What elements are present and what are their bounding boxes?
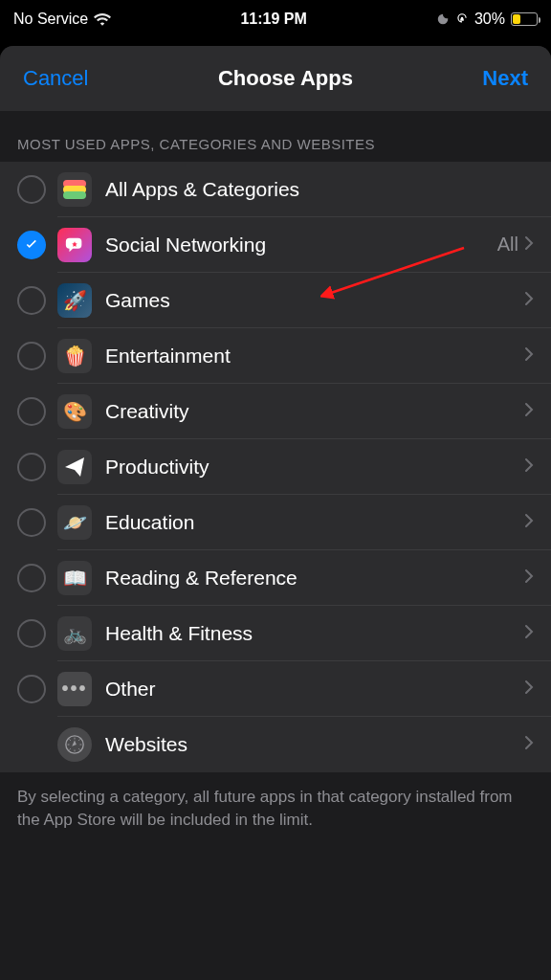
popcorn-icon: 🍿 <box>57 339 92 373</box>
radio-unchecked[interactable] <box>17 286 46 315</box>
carrier-text: No Service <box>13 11 88 28</box>
row-label: Reading & Reference <box>105 567 524 590</box>
next-button[interactable]: Next <box>482 66 528 91</box>
row-websites[interactable]: Websites <box>0 717 551 772</box>
category-list: All Apps & Categories Social Networking … <box>0 162 551 772</box>
radio-unchecked[interactable] <box>17 564 46 592</box>
chevron-right-icon <box>524 235 534 255</box>
modal-sheet: Cancel Choose Apps Next MOST USED APPS, … <box>0 46 551 980</box>
chevron-right-icon <box>524 346 534 366</box>
row-label: Other <box>105 678 524 701</box>
wifi-icon <box>94 12 111 26</box>
row-reading[interactable]: 📖 Reading & Reference <box>0 550 551 606</box>
ellipsis-icon: ••• <box>57 672 92 706</box>
compass-icon <box>57 727 92 762</box>
chevron-right-icon <box>524 679 534 699</box>
radio-checked[interactable] <box>17 231 46 259</box>
battery-icon <box>511 12 538 26</box>
chevron-right-icon <box>524 457 534 477</box>
chevron-right-icon <box>524 402 534 421</box>
row-other[interactable]: ••• Other <box>0 661 551 717</box>
row-productivity[interactable]: Productivity <box>0 439 551 495</box>
chevron-right-icon <box>524 735 534 754</box>
radio-unchecked[interactable] <box>17 453 46 481</box>
row-all-apps[interactable]: All Apps & Categories <box>0 162 551 217</box>
chevron-right-icon <box>524 513 534 532</box>
row-entertainment[interactable]: 🍿 Entertainment <box>0 328 551 384</box>
radio-unchecked[interactable] <box>17 675 46 703</box>
cancel-button[interactable]: Cancel <box>23 66 88 91</box>
radio-unchecked[interactable] <box>17 175 46 204</box>
row-games[interactable]: 🚀 Games <box>0 273 551 328</box>
do-not-disturb-icon <box>436 12 450 26</box>
chevron-right-icon <box>524 291 534 310</box>
palette-icon: 🎨 <box>57 394 92 429</box>
status-time: 11:19 PM <box>240 11 306 28</box>
row-health[interactable]: 🚲 Health & Fitness <box>0 606 551 661</box>
social-icon <box>57 228 92 262</box>
nav-title: Choose Apps <box>218 66 353 91</box>
row-label: Games <box>105 289 524 312</box>
row-detail: All <box>497 234 518 256</box>
radio-unchecked[interactable] <box>17 397 46 426</box>
row-label: Social Networking <box>105 234 497 256</box>
layers-icon <box>57 172 92 207</box>
row-label: Entertainment <box>105 345 524 368</box>
row-label: Education <box>105 511 524 534</box>
row-social[interactable]: Social Networking All <box>0 217 551 273</box>
rocket-icon: 🚀 <box>57 283 92 318</box>
section-header: MOST USED APPS, CATEGORIES AND WEBSITES <box>0 111 551 162</box>
planet-icon: 🪐 <box>57 505 92 540</box>
status-right: 30% <box>436 11 538 28</box>
footer-note: By selecting a category, all future apps… <box>0 772 551 927</box>
row-label: Productivity <box>105 456 524 479</box>
radio-unchecked[interactable] <box>17 342 46 370</box>
row-creativity[interactable]: 🎨 Creativity <box>0 384 551 439</box>
chevron-right-icon <box>524 624 534 643</box>
row-label: Creativity <box>105 400 524 423</box>
row-label: Websites <box>105 733 524 756</box>
radio-unchecked[interactable] <box>17 508 46 537</box>
bicycle-icon: 🚲 <box>57 616 92 651</box>
radio-unchecked[interactable] <box>17 619 46 648</box>
status-left: No Service <box>13 11 111 28</box>
nav-bar: Cancel Choose Apps Next <box>0 46 551 111</box>
chevron-right-icon <box>524 568 534 588</box>
orientation-lock-icon <box>455 12 469 26</box>
row-education[interactable]: 🪐 Education <box>0 495 551 550</box>
book-icon: 📖 <box>57 561 92 595</box>
paper-plane-icon <box>57 450 92 484</box>
battery-percent: 30% <box>474 11 505 28</box>
row-label: All Apps & Categories <box>105 178 534 201</box>
status-bar: No Service 11:19 PM 30% <box>0 0 551 38</box>
row-label: Health & Fitness <box>105 622 524 645</box>
